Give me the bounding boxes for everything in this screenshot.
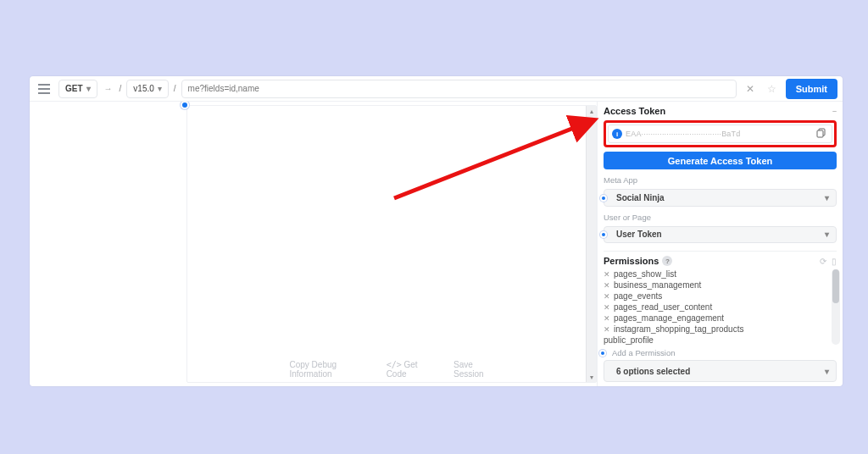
- help-icon[interactable]: ?: [662, 256, 672, 266]
- permission-item: ✕page_events: [604, 291, 837, 301]
- access-token-title: Access Token –: [604, 106, 837, 116]
- clear-icon[interactable]: ▯: [832, 257, 837, 266]
- remove-permission-icon[interactable]: ✕: [604, 281, 610, 290]
- toolbar: GET ▾ → / v15.0 ▾ / me?fields=id,name ✕ …: [30, 76, 843, 102]
- permissions-scrollbar[interactable]: [832, 269, 840, 345]
- arrow-separator-icon: →: [103, 84, 114, 93]
- permissions-list: ✕pages_show_list✕business_management✕pag…: [604, 269, 837, 345]
- results-area: ▴ ▾ Copy Debug Information </> Get Code …: [30, 102, 597, 386]
- access-token-value: EAA···································Ba…: [626, 130, 813, 138]
- selected-count: 6 options selected: [616, 367, 690, 376]
- hamburger-icon[interactable]: [35, 80, 53, 98]
- meta-app-value: Social Ninja: [616, 193, 665, 202]
- api-version-select[interactable]: v15.0 ▾: [126, 80, 168, 98]
- http-method-select[interactable]: GET ▾: [58, 80, 97, 98]
- chevron-down-icon: ▾: [158, 84, 162, 93]
- permission-name: page_events: [614, 291, 662, 301]
- clear-path-icon[interactable]: ✕: [742, 83, 759, 95]
- user-or-page-label: User or Page: [604, 213, 837, 222]
- results-footer: Copy Debug Information </> Get Code Save…: [290, 360, 494, 379]
- remove-permission-icon[interactable]: ✕: [604, 292, 610, 301]
- results-scrollbar[interactable]: ▴ ▾: [586, 106, 596, 382]
- add-permission-select[interactable]: 6 options selected ▾: [604, 360, 837, 382]
- add-permission-label: Add a Permission: [604, 348, 837, 357]
- tour-dot-icon: [181, 102, 189, 109]
- copy-debug-link[interactable]: Copy Debug Information: [290, 360, 361, 379]
- submit-button-label: Submit: [796, 84, 827, 94]
- scroll-down-icon[interactable]: ▾: [587, 372, 597, 382]
- chevron-down-icon: ▾: [825, 193, 829, 202]
- slash-separator: /: [174, 84, 176, 93]
- tour-dot-icon: [600, 195, 607, 202]
- access-token-highlight: i EAA···································…: [604, 120, 837, 147]
- permission-item: public_profile: [604, 335, 837, 345]
- permission-name: pages_show_list: [614, 269, 676, 279]
- results-panel: ▴ ▾ Copy Debug Information </> Get Code …: [186, 105, 597, 383]
- permissions-title: Permissions ?: [604, 256, 672, 266]
- info-icon[interactable]: i: [612, 129, 622, 139]
- permission-item: ✕pages_show_list: [604, 269, 837, 279]
- permission-name: public_profile: [604, 335, 654, 345]
- remove-permission-icon[interactable]: ✕: [604, 270, 610, 279]
- permission-item: ✕business_management: [604, 280, 837, 290]
- main-body: ▴ ▾ Copy Debug Information </> Get Code …: [30, 102, 843, 386]
- generate-access-token-label: Generate Access Token: [668, 156, 773, 166]
- tour-dot-icon: [600, 231, 607, 238]
- slash-separator: /: [120, 84, 122, 93]
- access-token-field[interactable]: i EAA···································…: [608, 125, 832, 143]
- http-method-value: GET: [65, 84, 83, 93]
- scroll-up-icon[interactable]: ▴: [587, 106, 597, 116]
- path-input[interactable]: me?fields=id,name: [181, 80, 737, 98]
- permission-name: instagram_shopping_tag_products: [614, 324, 743, 334]
- chevron-down-icon: ▾: [825, 367, 829, 376]
- refresh-icon[interactable]: ⟳: [820, 257, 826, 266]
- meta-app-label: Meta App: [604, 175, 837, 185]
- permission-name: pages_read_user_content: [614, 302, 712, 312]
- meta-app-select[interactable]: Social Ninja ▾: [604, 189, 837, 206]
- permission-item: ✕pages_manage_engagement: [604, 313, 837, 323]
- user-or-page-select[interactable]: User Token ▾: [604, 226, 837, 243]
- chevron-down-icon: ▾: [825, 230, 829, 239]
- api-version-value: v15.0: [133, 84, 153, 93]
- path-input-value: me?fields=id,name: [188, 84, 259, 93]
- permission-name: pages_manage_engagement: [614, 313, 724, 323]
- remove-permission-icon[interactable]: ✕: [604, 303, 610, 312]
- user-or-page-value: User Token: [616, 230, 662, 239]
- app-frame: GET ▾ → / v15.0 ▾ / me?fields=id,name ✕ …: [30, 76, 843, 386]
- get-code-link[interactable]: </> Get Code: [387, 360, 428, 379]
- copy-icon[interactable]: [816, 128, 828, 140]
- right-panel: Access Token – i EAA····················…: [597, 102, 843, 386]
- tour-dot-icon: [599, 350, 606, 357]
- permission-name: business_management: [614, 280, 701, 290]
- collapse-icon[interactable]: –: [832, 107, 837, 115]
- remove-permission-icon[interactable]: ✕: [604, 314, 610, 323]
- permission-item: ✕pages_read_user_content: [604, 302, 837, 312]
- code-icon: </>: [387, 360, 402, 369]
- remove-permission-icon[interactable]: ✕: [604, 325, 610, 334]
- bookmark-icon[interactable]: ☆: [764, 83, 781, 95]
- submit-button[interactable]: Submit: [786, 79, 837, 99]
- generate-access-token-button[interactable]: Generate Access Token: [604, 152, 837, 169]
- chevron-down-icon: ▾: [86, 84, 91, 93]
- permission-item: ✕instagram_shopping_tag_products: [604, 324, 837, 334]
- svg-rect-2: [817, 130, 823, 137]
- save-session-link[interactable]: Save Session: [453, 360, 493, 379]
- permissions-section: Permissions ? ⟳ ▯ ✕pages_show_list✕busin…: [604, 251, 837, 382]
